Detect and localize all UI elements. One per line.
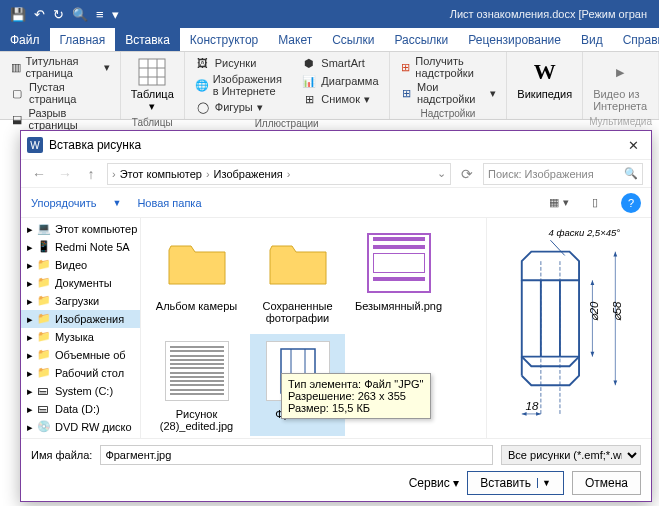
refresh-button[interactable]: ⟳ bbox=[457, 164, 477, 184]
group-label-tables: Таблицы bbox=[127, 115, 178, 130]
wikipedia-button[interactable]: WВикипедия bbox=[513, 54, 576, 115]
tab-design[interactable]: Конструктор bbox=[180, 28, 268, 51]
cancel-button[interactable]: Отмена bbox=[572, 471, 641, 495]
blank-page-icon: ▢ bbox=[10, 85, 25, 101]
tab-insert[interactable]: Вставка bbox=[115, 28, 180, 51]
tab-review[interactable]: Рецензирование bbox=[458, 28, 571, 51]
breadcrumb[interactable]: › Этот компьютер › Изображения › ⌄ bbox=[107, 163, 451, 185]
group-label-media: Мультимедиа bbox=[589, 114, 652, 129]
shapes-button[interactable]: ◯Фигуры ▾ bbox=[191, 98, 294, 116]
dialog-body: ▸💻Этот компьютер▸📱Redmi Note 5A▸📁Видео▸📁… bbox=[21, 217, 651, 438]
pictures-button[interactable]: 🖼Рисунки bbox=[191, 54, 294, 72]
tree-item[interactable]: ▸🖴Data (D:) bbox=[21, 400, 140, 418]
file-item[interactable]: Безымянный.png bbox=[351, 226, 446, 328]
tab-mailings[interactable]: Рассылки bbox=[384, 28, 458, 51]
get-addins-button[interactable]: ⊞Получить надстройки bbox=[396, 54, 501, 80]
svg-rect-0 bbox=[139, 59, 165, 85]
file-item[interactable]: Рисунок (28)_edited.jpg bbox=[149, 334, 244, 436]
preview-pane: 4 фаски 2,5×45° ⌀20 ⌀58 18 bbox=[486, 218, 651, 438]
preview-icon[interactable]: 🔍 bbox=[72, 7, 88, 22]
tree-item[interactable]: ▸📱Redmi Note 5A bbox=[21, 238, 140, 256]
tab-home[interactable]: Главная bbox=[50, 28, 116, 51]
smartart-icon: ⬢ bbox=[301, 55, 317, 71]
dialog-nav-bar: ← → ↑ › Этот компьютер › Изображения › ⌄… bbox=[21, 159, 651, 187]
dialog-toolbar: Упорядочить▼ Новая папка ▦ ▾ ▯ ? bbox=[21, 187, 651, 217]
ribbon-group-illustrations: 🖼Рисунки 🌐Изображения в Интернете ◯Фигур… bbox=[185, 52, 390, 119]
page-break-button[interactable]: ⬓Разрыв страницы bbox=[6, 106, 114, 132]
dialog-title-bar: W Вставка рисунка ✕ bbox=[21, 131, 651, 159]
tools-button[interactable]: Сервис ▾ bbox=[409, 476, 459, 490]
ribbon-group-tables: Таблица ▾ Таблицы bbox=[121, 52, 185, 119]
back-button[interactable]: ← bbox=[29, 164, 49, 184]
cover-page-button[interactable]: ▥Титульная страница ▾ bbox=[6, 54, 114, 80]
tree-item[interactable]: ▸📁Загрузки bbox=[21, 292, 140, 310]
up-button[interactable]: ↑ bbox=[81, 164, 101, 184]
chevron-down-icon[interactable]: ▾ bbox=[112, 7, 119, 22]
ribbon-group-wiki: WВикипедия bbox=[507, 52, 583, 119]
tab-view[interactable]: Вид bbox=[571, 28, 613, 51]
close-button[interactable]: ✕ bbox=[621, 138, 645, 153]
smartart-button[interactable]: ⬢SmartArt bbox=[297, 54, 382, 72]
tree-item[interactable]: ▸📁Музыка bbox=[21, 328, 140, 346]
ribbon-content: ▥Титульная страница ▾ ▢Пустая страница ⬓… bbox=[0, 52, 659, 120]
addins-icon: ⊞ bbox=[400, 85, 413, 101]
screenshot-button[interactable]: ⊞Снимок ▾ bbox=[297, 90, 382, 108]
forward-button[interactable]: → bbox=[55, 164, 75, 184]
blank-page-button[interactable]: ▢Пустая страница bbox=[6, 80, 114, 106]
online-picture-icon: 🌐 bbox=[195, 77, 209, 93]
redo-icon[interactable]: ↻ bbox=[53, 7, 64, 22]
page-break-icon: ⬓ bbox=[10, 111, 24, 127]
picture-icon: 🖼 bbox=[195, 55, 211, 71]
tree-item[interactable]: ▸📁Рабочий стол bbox=[21, 364, 140, 382]
file-name-input[interactable] bbox=[100, 445, 493, 465]
tree-item[interactable]: ▸📁Объемные об bbox=[21, 346, 140, 364]
list-icon[interactable]: ≡ bbox=[96, 7, 104, 22]
help-button[interactable]: ? bbox=[621, 193, 641, 213]
table-button[interactable]: Таблица ▾ bbox=[127, 54, 178, 115]
preview-pane-button[interactable]: ▯ bbox=[585, 193, 605, 213]
tab-references[interactable]: Ссылки bbox=[322, 28, 384, 51]
tree-item[interactable]: ▸💻Этот компьютер bbox=[21, 220, 140, 238]
tree-item[interactable]: ▸📁Документы bbox=[21, 274, 140, 292]
file-item[interactable]: Сохраненные фотографии bbox=[250, 226, 345, 328]
svg-text:18: 18 bbox=[525, 400, 538, 412]
word-icon: W bbox=[27, 137, 43, 153]
view-mode-button[interactable]: ▦ ▾ bbox=[549, 193, 569, 213]
ribbon-group-pages: ▥Титульная страница ▾ ▢Пустая страница ⬓… bbox=[0, 52, 121, 119]
new-folder-button[interactable]: Новая папка bbox=[137, 197, 201, 209]
dialog-bottom: Имя файла: Все рисунки (*.emf;*.wmf;*.jp… bbox=[21, 438, 651, 501]
tab-file[interactable]: Файл bbox=[0, 28, 50, 51]
file-name-label: Имя файла: bbox=[31, 449, 92, 461]
dialog-title: Вставка рисунка bbox=[43, 138, 621, 152]
tab-layout[interactable]: Макет bbox=[268, 28, 322, 51]
online-video-button[interactable]: ▶Видео из Интернета bbox=[589, 54, 651, 114]
insert-picture-dialog: W Вставка рисунка ✕ ← → ↑ › Этот компьют… bbox=[20, 130, 652, 502]
file-item[interactable]: Альбом камеры bbox=[149, 226, 244, 328]
save-icon[interactable]: 💾 bbox=[10, 7, 26, 22]
tree-item[interactable]: ▸💿DVD RW диско bbox=[21, 418, 140, 436]
svg-text:⌀58: ⌀58 bbox=[611, 301, 623, 321]
insert-button[interactable]: Вставить▼ bbox=[467, 471, 564, 495]
tree-item[interactable]: ▸📁Изображения bbox=[21, 310, 140, 328]
document-title: Лист ознакомления.docx [Режим огран bbox=[125, 8, 655, 20]
title-bar: 💾 ↶ ↻ 🔍 ≡ ▾ Лист ознакомления.docx [Режи… bbox=[0, 0, 659, 28]
group-label-illustrations: Иллюстрации bbox=[191, 116, 383, 131]
folder-tree: ▸💻Этот компьютер▸📱Redmi Note 5A▸📁Видео▸📁… bbox=[21, 218, 141, 438]
store-icon: ⊞ bbox=[400, 59, 412, 75]
file-filter-select[interactable]: Все рисунки (*.emf;*.wmf;*.jpg bbox=[501, 445, 641, 465]
tree-item[interactable]: ▸🖴System (C:) bbox=[21, 382, 140, 400]
table-icon bbox=[136, 56, 168, 88]
page-icon: ▥ bbox=[10, 59, 21, 75]
video-icon: ▶ bbox=[604, 56, 636, 88]
organize-button[interactable]: Упорядочить bbox=[31, 197, 96, 209]
undo-icon[interactable]: ↶ bbox=[34, 7, 45, 22]
chevron-down-icon[interactable]: ⌄ bbox=[437, 167, 446, 180]
search-input[interactable]: Поиск: Изображения 🔍 bbox=[483, 163, 643, 185]
tab-help[interactable]: Справка bbox=[613, 28, 659, 51]
chart-button[interactable]: 📊Диаграмма bbox=[297, 72, 382, 90]
online-pictures-button[interactable]: 🌐Изображения в Интернете bbox=[191, 72, 294, 98]
my-addins-button[interactable]: ⊞Мои надстройки ▾ bbox=[396, 80, 501, 106]
preview-label-top: 4 фаски 2,5×45° bbox=[548, 227, 620, 238]
ribbon-tabs: Файл Главная Вставка Конструктор Макет С… bbox=[0, 28, 659, 52]
tree-item[interactable]: ▸📁Видео bbox=[21, 256, 140, 274]
